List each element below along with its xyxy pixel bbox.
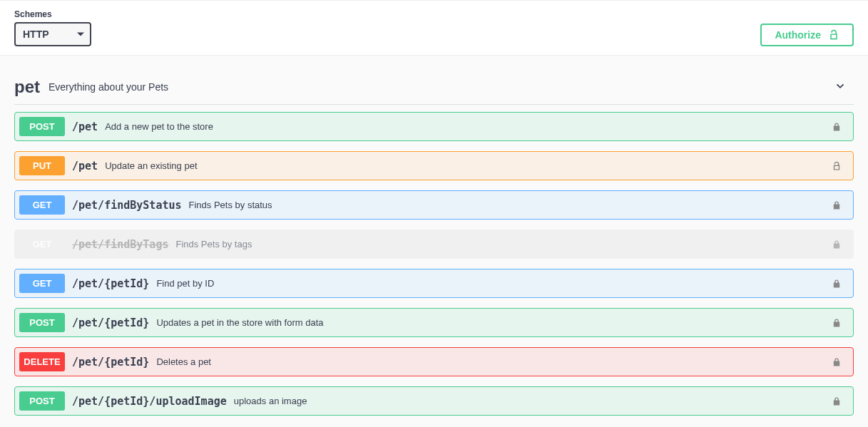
operation-row[interactable]: POST /pet/{petId} Updates a pet in the s…	[14, 308, 854, 337]
operation-summary: Update an existing pet	[105, 160, 832, 171]
schemes-container: Schemes HTTP	[14, 9, 91, 46]
tag-section-pet: pet Everything about your Pets POST /pet…	[14, 70, 854, 416]
method-badge: DELETE	[19, 352, 65, 371]
operation-row[interactable]: POST /pet/{petId}/uploadImage uploads an…	[14, 386, 854, 416]
operations-content: pet Everything about your Pets POST /pet…	[0, 56, 868, 427]
method-badge: POST	[19, 313, 65, 332]
authorize-label: Authorize	[775, 29, 821, 41]
operation-path: /pet	[72, 160, 98, 173]
operation-path: /pet/{petId}	[72, 317, 149, 329]
lock-icon[interactable]	[832, 396, 842, 406]
operation-summary: uploads an image	[234, 396, 832, 406]
method-badge: GET	[19, 274, 65, 293]
lock-icon[interactable]	[832, 240, 842, 249]
schemes-label: Schemes	[14, 9, 91, 19]
operation-row[interactable]: POST /pet Add a new pet to the store	[14, 112, 854, 141]
operation-summary: Find pet by ID	[156, 278, 832, 289]
operation-path: /pet/findByStatus	[72, 199, 182, 212]
lock-open-icon[interactable]	[832, 161, 842, 171]
operation-summary: Add a new pet to the store	[105, 121, 832, 132]
lock-icon[interactable]	[832, 122, 842, 132]
operation-row[interactable]: GET /pet/{petId} Find pet by ID	[14, 269, 854, 298]
lock-icon[interactable]	[832, 357, 842, 367]
method-badge: POST	[19, 391, 65, 411]
lock-icon[interactable]	[832, 279, 842, 289]
operation-row[interactable]: PUT /pet Update an existing pet	[14, 151, 854, 180]
method-badge: GET	[19, 235, 65, 254]
operation-path: /pet/findByTags	[72, 238, 168, 251]
operation-row[interactable]: GET /pet/findByStatus Finds Pets by stat…	[14, 190, 854, 220]
chevron-down-icon	[834, 80, 847, 95]
lock-open-icon	[828, 29, 839, 41]
operation-summary: Finds Pets by tags	[175, 239, 832, 249]
operation-summary: Finds Pets by status	[189, 200, 832, 210]
schemes-bar: Schemes HTTP Authorize	[0, 0, 868, 56]
operation-summary: Deletes a pet	[156, 356, 832, 367]
lock-icon[interactable]	[832, 200, 842, 210]
tag-name: pet	[14, 77, 40, 97]
method-badge: POST	[19, 117, 65, 136]
operation-row[interactable]: DELETE /pet/{petId} Deletes a pet	[14, 347, 854, 376]
method-badge: GET	[19, 195, 65, 215]
tag-header-pet[interactable]: pet Everything about your Pets	[14, 70, 854, 105]
lock-icon[interactable]	[832, 318, 842, 328]
operation-path: /pet/{petId}	[72, 356, 149, 369]
operations-list: POST /pet Add a new pet to the store PUT…	[14, 105, 854, 416]
tag-description: Everything about your Pets	[48, 81, 834, 93]
schemes-select[interactable]: HTTP	[14, 22, 91, 46]
authorize-button[interactable]: Authorize	[760, 24, 854, 46]
operation-path: /pet/{petId}	[72, 277, 149, 290]
operation-row-deprecated[interactable]: GET /pet/findByTags Finds Pets by tags	[14, 230, 854, 259]
operation-path: /pet	[72, 120, 98, 133]
operation-summary: Updates a pet in the store with form dat…	[156, 317, 832, 328]
method-badge: PUT	[19, 156, 65, 175]
operation-path: /pet/{petId}/uploadImage	[72, 395, 227, 408]
